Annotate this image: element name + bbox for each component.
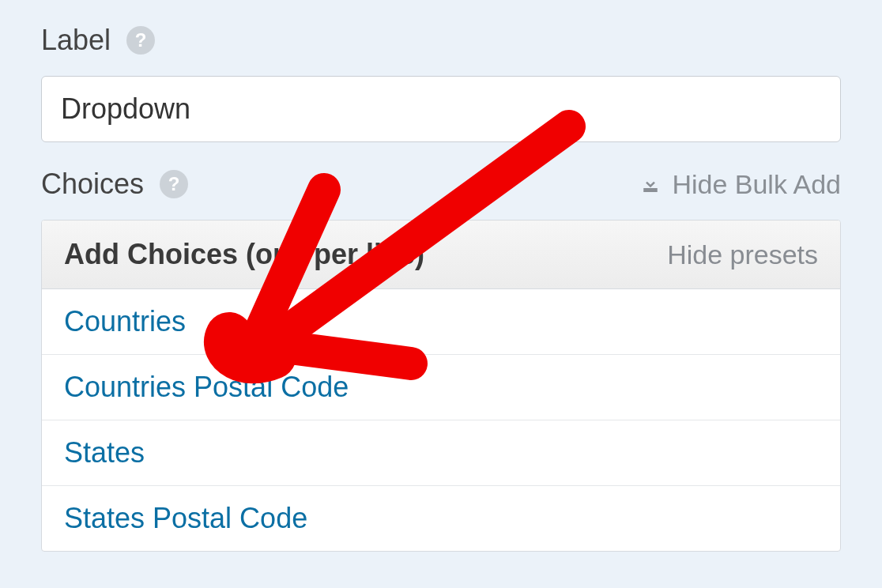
download-icon [639,172,662,196]
preset-item-states[interactable]: States [42,420,840,486]
choices-field-section: Choices ? Hide Bulk Add Add Choices (one… [41,168,841,552]
preset-item-countries[interactable]: Countries [42,289,840,355]
hide-presets-link[interactable]: Hide presets [667,239,818,270]
help-icon[interactable]: ? [126,26,155,55]
help-icon[interactable]: ? [160,170,188,198]
choices-title: Choices [41,168,144,201]
label-field-section: Label ? [41,24,841,142]
hide-bulk-add-label: Hide Bulk Add [672,169,841,200]
panel-header: Add Choices (one per line) Hide presets [42,220,840,289]
preset-item-states-postal-code[interactable]: States Postal Code [42,486,840,551]
label-input[interactable] [41,76,841,142]
label-title: Label [41,24,111,57]
bulk-add-panel: Add Choices (one per line) Hide presets … [41,220,841,552]
hide-bulk-add-link[interactable]: Hide Bulk Add [639,169,841,200]
panel-title: Add Choices (one per line) [64,238,424,271]
preset-item-countries-postal-code[interactable]: Countries Postal Code [42,355,840,420]
